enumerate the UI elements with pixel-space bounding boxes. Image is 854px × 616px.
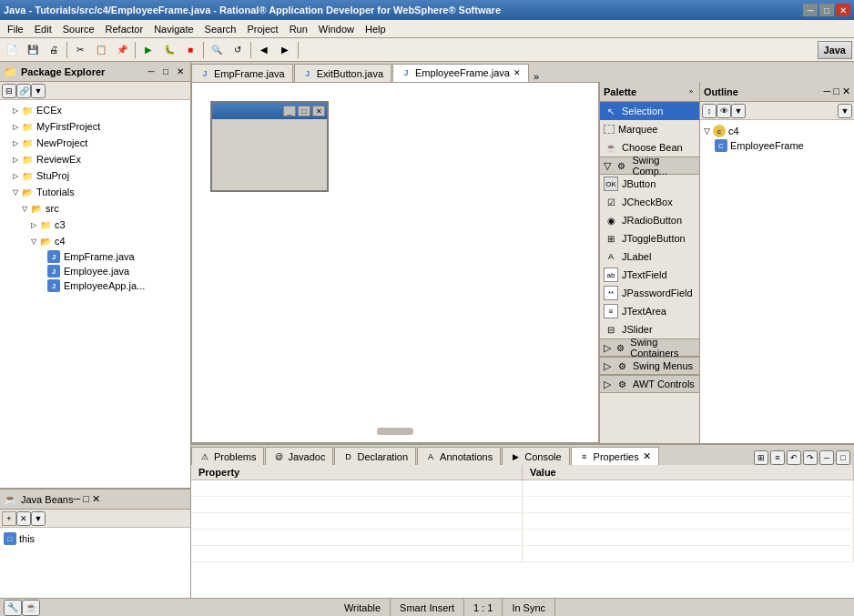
toggle-myfirstproject[interactable]: ▷ — [11, 122, 20, 131]
toggle-reviewex[interactable]: ▷ — [11, 155, 20, 164]
beans-delete-btn[interactable]: ✕ — [16, 511, 31, 526]
tree-item-employeeapp[interactable]: ▷ J EmployeeApp.ja... — [2, 278, 188, 293]
toolbar-print-btn[interactable]: 🖨 — [44, 40, 64, 60]
toolbar-java-perspective-btn[interactable]: Java — [818, 41, 852, 59]
toolbar-cut-btn[interactable]: ✂ — [70, 40, 90, 60]
palette-jpasswordfield[interactable]: ** JPasswordField — [600, 284, 699, 302]
palette-jbutton[interactable]: OK JButton — [600, 175, 699, 193]
palette-selection[interactable]: ↖ Selection — [600, 102, 699, 120]
outline-sort-btn[interactable]: ↕ — [702, 104, 717, 118]
palette-swing-containers-section[interactable]: ▷ ⚙ Swing Containers — [600, 338, 699, 357]
toolbar-debug-btn[interactable]: 🐛 — [159, 40, 179, 60]
tree-item-stuproj[interactable]: ▷ 📁 StuProj — [2, 167, 188, 184]
toolbar-search-btn[interactable]: 🔍 — [207, 40, 227, 60]
tree-item-myfirstproject[interactable]: ▷ 📁 MyFirstProject — [2, 118, 188, 135]
bottom-toolbar-btn1[interactable]: ⊞ — [754, 450, 768, 465]
beans-add-btn[interactable]: + — [2, 511, 16, 526]
maximize-button[interactable]: □ — [819, 4, 834, 16]
frame-close-btn[interactable]: ✕ — [312, 106, 325, 116]
outline-menu-btn[interactable]: ▼ — [838, 104, 852, 118]
menu-file[interactable]: File — [2, 22, 29, 36]
tab-employeeframe-close[interactable]: ✕ — [513, 68, 521, 77]
menu-source[interactable]: Source — [57, 22, 100, 36]
palette-jtextfield[interactable]: ab JTextField — [600, 266, 699, 284]
outline-close[interactable]: ✕ — [842, 86, 850, 96]
editor-area[interactable]: _ □ ✕ — [191, 82, 599, 443]
tab-javadoc[interactable]: @ Javadoc — [265, 447, 333, 465]
toolbar-prev-btn[interactable]: ◀ — [254, 40, 274, 60]
outline-employeeframe[interactable]: C EmployeeFrame — [704, 138, 850, 153]
tab-empframe[interactable]: J EmpFrame.java — [191, 64, 293, 82]
tab-properties[interactable]: ≡ Properties ✕ — [571, 447, 659, 465]
menu-run[interactable]: Run — [284, 22, 313, 36]
beans-menu-btn[interactable]: ▼ — [31, 511, 46, 526]
menu-edit[interactable]: Edit — [29, 22, 57, 36]
bottom-toolbar-minimize[interactable]: ─ — [819, 450, 834, 465]
palette-jcheckbox[interactable]: ☑ JCheckBox — [600, 193, 699, 211]
tree-item-newproject[interactable]: ▷ 📁 NewProject — [2, 135, 188, 151]
toggle-c4[interactable]: ▽ — [29, 237, 38, 246]
bottom-toolbar-btn3[interactable]: ↶ — [787, 450, 801, 465]
tree-item-empframe[interactable]: ▷ J EmpFrame.java — [2, 249, 188, 264]
package-explorer-minimize[interactable]: ─ — [145, 66, 158, 78]
toolbar-stop-btn[interactable]: ■ — [180, 40, 200, 60]
tab-annotations[interactable]: A Annotations — [417, 447, 501, 465]
toolbar-next-btn[interactable]: ▶ — [275, 40, 295, 60]
palette-jslider[interactable]: ⊟ JSlider — [600, 320, 699, 338]
tree-item-reviewex[interactable]: ▷ 📁 ReviewEx — [2, 151, 188, 167]
status-icon-1[interactable]: 🔧 — [4, 600, 22, 616]
tab-overflow-btn[interactable]: » — [530, 71, 543, 82]
palette-jtogglebutton[interactable]: ⊞ JToggleButton — [600, 229, 699, 247]
close-button[interactable]: ✕ — [836, 4, 850, 16]
outline-c4[interactable]: ▽ c c4 — [704, 124, 850, 138]
tab-declaration[interactable]: D Declaration — [334, 447, 416, 465]
menu-window[interactable]: Window — [313, 22, 360, 36]
frame-minimize-btn[interactable]: _ — [283, 106, 296, 116]
bottom-toolbar-btn2[interactable]: ≡ — [770, 450, 785, 465]
palette-jradiobutton[interactable]: ◉ JRadioButton — [600, 211, 699, 229]
palette-marquee[interactable]: Marquee — [600, 120, 699, 138]
toolbar-new-btn[interactable]: 📄 — [2, 40, 22, 60]
palette-swing-comp-section[interactable]: ▽ ⚙ Swing Comp... — [600, 157, 699, 175]
tab-console[interactable]: ▶ Console — [502, 447, 569, 465]
toolbar-paste-btn[interactable]: 📌 — [112, 40, 132, 60]
toggle-c3[interactable]: ▷ — [29, 220, 38, 229]
toolbar-save-btn[interactable]: 💾 — [23, 40, 43, 60]
toggle-tutorials[interactable]: ▽ — [11, 187, 20, 197]
tree-item-tutorials[interactable]: ▽ 📂 Tutorials — [2, 184, 188, 200]
toolbar-refresh-btn[interactable]: ↺ — [228, 40, 248, 60]
toggle-ecex[interactable]: ▷ — [11, 106, 20, 115]
menu-project[interactable]: Project — [241, 22, 283, 36]
palette-jtextarea[interactable]: ≡ JTextArea — [600, 302, 699, 320]
link-with-editor-btn[interactable]: 🔗 — [16, 84, 31, 98]
palette-expand-btn[interactable]: » — [686, 87, 696, 96]
java-beans-maximize[interactable]: □ — [83, 493, 89, 504]
palette-swing-menus-section[interactable]: ▷ ⚙ Swing Menus — [600, 357, 699, 375]
tab-exitbutton[interactable]: J ExitButton.java — [294, 64, 391, 82]
toggle-stuproj[interactable]: ▷ — [11, 171, 20, 180]
outline-minimize[interactable]: ─ — [823, 86, 830, 96]
palette-jlabel[interactable]: A JLabel — [600, 247, 699, 266]
tab-problems[interactable]: ⚠ Problems — [191, 447, 264, 465]
toggle-src[interactable]: ▽ — [20, 204, 29, 213]
toggle-newproject[interactable]: ▷ — [11, 138, 20, 147]
pkg-menu-btn[interactable]: ▼ — [31, 84, 46, 98]
menu-search[interactable]: Search — [199, 22, 242, 36]
toolbar-run-btn[interactable]: ▶ — [138, 40, 158, 60]
tree-item-c4[interactable]: ▽ 📂 c4 — [2, 233, 188, 249]
tree-item-employee[interactable]: ▷ J Employee.java — [2, 264, 188, 278]
collapse-all-btn[interactable]: ⊟ — [2, 84, 16, 98]
java-beans-close[interactable]: ✕ — [92, 493, 100, 504]
bottom-toolbar-maximize[interactable]: □ — [836, 450, 850, 465]
outline-hide-btn[interactable]: 👁 — [717, 104, 731, 118]
package-explorer-close[interactable]: ✕ — [174, 66, 187, 78]
menu-help[interactable]: Help — [360, 22, 391, 36]
frame-restore-btn[interactable]: □ — [298, 106, 310, 116]
tree-item-src[interactable]: ▽ 📂 src — [2, 200, 188, 217]
java-beans-minimize[interactable]: ─ — [73, 493, 80, 504]
minimize-button[interactable]: ─ — [803, 4, 818, 16]
bottom-toolbar-btn4[interactable]: ↷ — [803, 450, 818, 465]
palette-awt-controls-section[interactable]: ▷ ⚙ AWT Controls — [600, 375, 699, 393]
outline-maximize[interactable]: □ — [833, 86, 839, 96]
toolbar-copy-btn[interactable]: 📋 — [91, 40, 111, 60]
